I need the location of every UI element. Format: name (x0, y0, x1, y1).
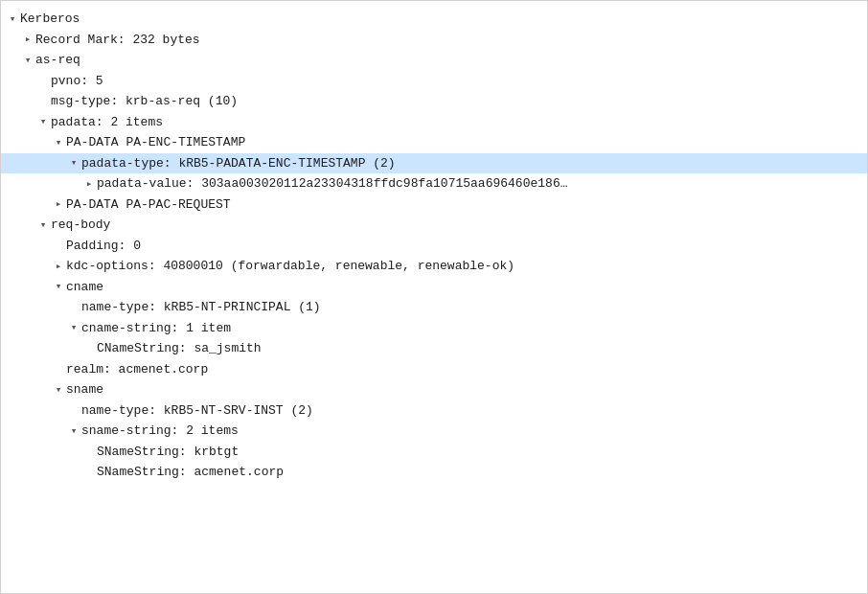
node-text-sname-name-type: name-type: kRB5-NT-SRV-INST (2) (81, 401, 867, 421)
tree-row-padding[interactable]: Padding: 0 (1, 236, 867, 257)
toggle-expanded-icon[interactable] (51, 135, 66, 151)
node-text-padata: padata: 2 items (51, 113, 867, 132)
tree-row-req-body[interactable]: req-body (1, 215, 867, 236)
tree-row-msg-type[interactable]: msg-type: krb-as-req (10) (1, 91, 867, 112)
toggle-collapsed-icon[interactable] (81, 176, 97, 193)
node-text-padata-value: padata-value: 303aa003020112a23304318ffd… (97, 174, 867, 194)
toggle-expanded-icon[interactable] (5, 11, 20, 28)
node-text-record-mark: Record Mark: 232 bytes (35, 31, 867, 50)
toggle-collapsed-icon[interactable] (51, 259, 66, 275)
toggle-expanded-icon[interactable] (66, 155, 81, 171)
tree-row-cname[interactable]: cname (1, 277, 867, 298)
node-text-kdc-options: kdc-options: 40800010 (forwardable, rene… (66, 257, 867, 276)
node-text-msg-type: msg-type: krb-as-req (10) (51, 92, 867, 111)
tree-row-padata[interactable]: padata: 2 items (1, 112, 867, 133)
tree-row-pvno[interactable]: pvno: 5 (1, 71, 867, 92)
tree-row-cname-name-type[interactable]: name-type: kRB5-NT-PRINCIPAL (1) (1, 297, 867, 318)
node-text-pvno: pvno: 5 (51, 72, 867, 91)
node-text-snamestring-acmenet: SNameString: acmenet.corp (97, 463, 867, 482)
tree-row-as-req[interactable]: as-req (1, 50, 867, 71)
node-text-snamestring-krbtgt: SNameString: krbtgt (97, 443, 867, 462)
toggle-expanded-icon[interactable] (66, 320, 81, 336)
tree-row-record-mark[interactable]: Record Mark: 232 bytes (1, 30, 867, 51)
tree-row-realm[interactable]: realm: acmenet.corp (1, 359, 867, 380)
tree-row-padata-type[interactable]: padata-type: kRB5-PADATA-ENC-TIMESTAMP (… (1, 153, 867, 174)
toggle-expanded-icon[interactable] (20, 53, 35, 69)
node-text-kerberos: Kerberos (20, 10, 867, 29)
node-text-req-body: req-body (51, 216, 867, 235)
toggle-collapsed-icon[interactable] (51, 196, 66, 213)
node-text-padata-type: padata-type: kRB5-PADATA-ENC-TIMESTAMP (… (81, 154, 867, 173)
node-text-cname: cname (66, 278, 867, 297)
tree-row-pa-enc-timestamp[interactable]: PA-DATA PA-ENC-TIMESTAMP (1, 132, 867, 153)
node-text-realm: realm: acmenet.corp (66, 360, 867, 379)
tree-row-sname-string[interactable]: sname-string: 2 items (1, 421, 867, 442)
node-text-cnamestring-value: CNameString: sa_jsmith (97, 339, 867, 358)
node-text-as-req: as-req (35, 51, 867, 70)
toggle-expanded-icon[interactable] (51, 382, 66, 399)
tree-row-padata-value[interactable]: padata-value: 303aa003020112a23304318ffd… (1, 173, 867, 194)
node-text-cname-string: cname-string: 1 item (81, 319, 867, 338)
node-text-cname-name-type: name-type: kRB5-NT-PRINCIPAL (1) (81, 298, 867, 317)
node-text-pa-pac-request: PA-DATA PA-PAC-REQUEST (66, 195, 867, 215)
toggle-expanded-icon[interactable] (66, 423, 81, 440)
tree-row-sname-name-type[interactable]: name-type: kRB5-NT-SRV-INST (2) (1, 400, 867, 422)
tree-row-cname-string[interactable]: cname-string: 1 item (1, 318, 867, 339)
tree-row-kdc-options[interactable]: kdc-options: 40800010 (forwardable, rene… (1, 256, 867, 277)
tree-row-snamestring-krbtgt[interactable]: SNameString: krbtgt (1, 442, 867, 463)
toggle-expanded-icon[interactable] (35, 217, 51, 234)
tree-row-kerberos[interactable]: Kerberos (1, 9, 867, 30)
tree-row-pa-pac-request[interactable]: PA-DATA PA-PAC-REQUEST (1, 194, 867, 216)
tree-row-sname[interactable]: sname (1, 379, 867, 400)
packet-tree: KerberosRecord Mark: 232 bytesas-reqpvno… (0, 0, 868, 594)
tree-row-cnamestring-value[interactable]: CNameString: sa_jsmith (1, 338, 867, 359)
node-text-pa-enc-timestamp: PA-DATA PA-ENC-TIMESTAMP (66, 133, 867, 152)
tree-row-snamestring-acmenet[interactable]: SNameString: acmenet.corp (1, 462, 867, 483)
node-text-sname: sname (66, 380, 867, 400)
toggle-expanded-icon[interactable] (51, 279, 66, 295)
toggle-collapsed-icon[interactable] (20, 32, 35, 48)
toggle-expanded-icon[interactable] (35, 114, 51, 130)
node-text-sname-string: sname-string: 2 items (81, 422, 867, 441)
node-text-padding: Padding: 0 (66, 237, 867, 256)
